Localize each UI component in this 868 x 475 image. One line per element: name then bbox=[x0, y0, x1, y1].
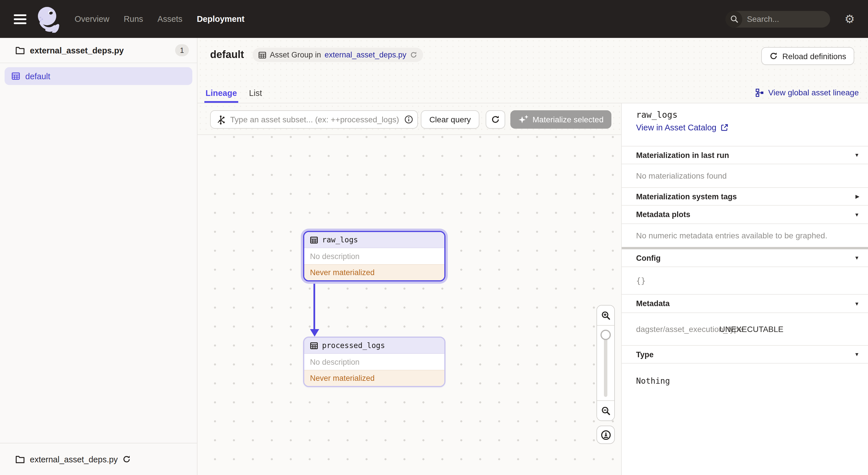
zoom-slider[interactable] bbox=[597, 326, 614, 400]
page-header: default Asset Group in external_asset_de… bbox=[197, 38, 868, 103]
clear-query-button[interactable]: Clear query bbox=[421, 110, 479, 129]
menu-icon[interactable] bbox=[14, 14, 26, 24]
section-type[interactable]: Type ▼ bbox=[622, 346, 868, 363]
nav-deployment[interactable]: Deployment bbox=[197, 14, 245, 24]
section-label: Materialization in last run bbox=[636, 151, 729, 159]
chevron-right-icon[interactable]: ▶ bbox=[856, 194, 859, 199]
chevron-down-icon[interactable]: ▼ bbox=[854, 255, 859, 261]
section-materialization-last-run[interactable]: Materialization in last run ▼ bbox=[622, 146, 868, 164]
materialize-selected-button[interactable]: Materialize selected bbox=[510, 110, 611, 129]
asset-status-badge: Never materialized bbox=[304, 370, 444, 386]
folder-icon bbox=[16, 46, 25, 54]
section-label: Materialization system tags bbox=[636, 192, 737, 201]
asset-name: raw_logs bbox=[322, 236, 358, 244]
asset-description: No description bbox=[304, 354, 444, 370]
lineage-canvas-column: Clear query Materialize selected bbox=[197, 103, 621, 475]
code-location-sidebar: external_asset_deps.py 1 default externa… bbox=[0, 38, 197, 475]
metadata-key: dagster/asset_execution_type bbox=[636, 325, 719, 334]
type-value: Nothing bbox=[636, 376, 670, 385]
zoom-out-icon bbox=[601, 406, 611, 416]
chevron-down-icon[interactable]: ▼ bbox=[854, 212, 859, 217]
refresh-graph-button[interactable] bbox=[486, 110, 505, 129]
asset-node-header: raw_logs bbox=[304, 232, 444, 248]
asset-group-icon bbox=[258, 51, 267, 59]
sparkle-icon bbox=[518, 115, 528, 124]
info-icon[interactable] bbox=[404, 115, 413, 124]
reload-definitions-label: Reload definitions bbox=[782, 51, 846, 61]
metadata-value: UNEXECUTABLE bbox=[719, 325, 784, 334]
chevron-down-icon[interactable]: ▼ bbox=[854, 352, 859, 357]
panel-asset-name: raw_logs bbox=[636, 110, 678, 120]
nav-overview[interactable]: Overview bbox=[74, 14, 110, 24]
reload-icon bbox=[769, 52, 778, 60]
sidebar-code-location[interactable]: external_asset_deps.py 1 bbox=[0, 38, 197, 63]
graph-toolbar: Clear query Materialize selected bbox=[197, 103, 621, 135]
breadcrumb-prefix: Asset Group in bbox=[270, 51, 321, 59]
asset-table-icon bbox=[310, 236, 318, 244]
view-in-asset-catalog-link[interactable]: View in Asset Catalog bbox=[636, 123, 728, 132]
chevron-down-icon[interactable]: ▼ bbox=[854, 301, 859, 306]
section-metadata[interactable]: Metadata ▼ bbox=[622, 295, 868, 313]
dagster-app: Overview Runs Assets Deployment / ⚙ exte… bbox=[0, 0, 868, 475]
zoom-in-button[interactable] bbox=[597, 305, 614, 326]
settings-gear-icon[interactable]: ⚙ bbox=[844, 13, 855, 25]
panel-sections: Materialization in last run ▼ No materia… bbox=[622, 146, 868, 398]
asset-detail-panel: raw_logs View in Asset Catalog Materiali… bbox=[621, 103, 868, 475]
nav-runs[interactable]: Runs bbox=[124, 14, 143, 24]
lineage-graph-icon bbox=[756, 88, 764, 97]
view-global-asset-lineage-link[interactable]: View global asset lineage bbox=[756, 88, 859, 97]
nav-assets[interactable]: Assets bbox=[158, 14, 183, 24]
dagster-logo-icon[interactable] bbox=[36, 5, 61, 33]
breadcrumb-code-location-link[interactable]: external_asset_deps.py bbox=[324, 51, 406, 59]
top-navigation-bar: Overview Runs Assets Deployment / ⚙ bbox=[0, 0, 868, 38]
clear-query-label: Clear query bbox=[429, 115, 471, 124]
asset-subset-input[interactable] bbox=[210, 110, 418, 129]
asset-table-icon bbox=[310, 342, 318, 350]
refresh-icon bbox=[491, 115, 500, 124]
section-config[interactable]: Config ▼ bbox=[622, 249, 868, 267]
download-image-button[interactable] bbox=[596, 425, 615, 444]
section-label: Config bbox=[636, 254, 661, 262]
sidebar-item-label: default bbox=[25, 71, 50, 81]
tab-lineage[interactable]: Lineage bbox=[205, 88, 238, 103]
zoom-slider-knob[interactable] bbox=[600, 330, 611, 340]
content-area: Clear query Materialize selected bbox=[197, 103, 868, 475]
section-label: Metadata bbox=[636, 299, 670, 308]
zoom-out-button[interactable] bbox=[597, 400, 614, 420]
search-icon bbox=[725, 11, 742, 27]
asset-group-count-badge: 1 bbox=[175, 44, 189, 56]
lineage-edge-arrowhead bbox=[310, 329, 319, 336]
section-metadata-plots[interactable]: Metadata plots ▼ bbox=[622, 206, 868, 224]
catalog-link-label: View in Asset Catalog bbox=[636, 123, 716, 132]
zoom-slider-track[interactable] bbox=[604, 330, 608, 397]
reload-icon[interactable] bbox=[410, 51, 417, 59]
asset-status-badge: Never materialized bbox=[304, 264, 444, 280]
last-run-empty-state: No materializations found bbox=[622, 164, 868, 188]
section-label: Type bbox=[636, 350, 654, 359]
search-input[interactable] bbox=[742, 14, 830, 24]
footer-code-location-name: external_asset_deps.py bbox=[30, 455, 118, 464]
asset-name: processed_logs bbox=[322, 341, 385, 350]
panel-splitter-handle[interactable] bbox=[622, 247, 868, 249]
lineage-graph-canvas[interactable]: raw_logs No description Never materializ… bbox=[197, 135, 621, 475]
sidebar-footer-code-location: external_asset_deps.py bbox=[0, 443, 197, 475]
asset-node-raw-logs[interactable]: raw_logs No description Never materializ… bbox=[303, 231, 445, 281]
tab-list[interactable]: List bbox=[248, 88, 263, 103]
reload-definitions-button[interactable]: Reload definitions bbox=[761, 47, 854, 65]
global-search[interactable]: / bbox=[725, 11, 830, 27]
metadata-row: dagster/asset_execution_type UNEXECUTABL… bbox=[622, 313, 868, 346]
folder-icon bbox=[16, 455, 25, 463]
external-link-icon bbox=[720, 123, 728, 131]
config-value: {} bbox=[636, 276, 646, 285]
config-value-row: {} bbox=[622, 267, 868, 295]
section-materialization-system-tags[interactable]: Materialization system tags ▶ bbox=[622, 188, 868, 206]
sidebar-item-default-group[interactable]: default bbox=[5, 67, 192, 85]
primary-nav: Overview Runs Assets Deployment bbox=[74, 14, 245, 24]
asset-node-processed-logs[interactable]: processed_logs No description Never mate… bbox=[303, 336, 445, 387]
breadcrumb: Asset Group in external_asset_deps.py bbox=[253, 48, 423, 62]
reload-location-icon[interactable] bbox=[122, 455, 131, 464]
download-icon bbox=[600, 429, 611, 440]
zoom-in-icon bbox=[601, 310, 611, 320]
section-label: Metadata plots bbox=[636, 210, 690, 219]
chevron-down-icon[interactable]: ▼ bbox=[854, 152, 859, 158]
